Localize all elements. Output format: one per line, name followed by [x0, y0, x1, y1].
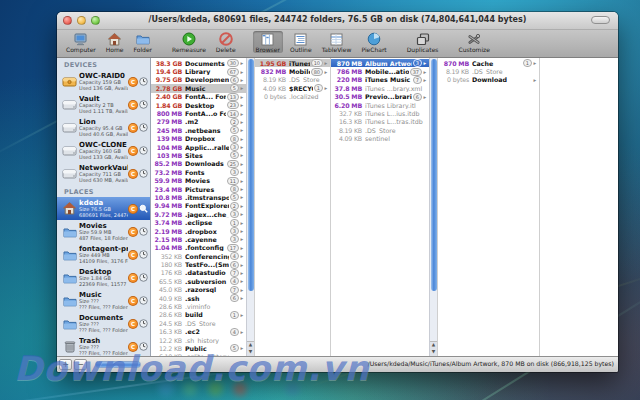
file-row-previo-braries[interactable]: 30.5 MBPrevio...braries6▸ — [331, 93, 429, 101]
places-list: kdedaSize 76.5 GB680691 Files, 244742 Fo… — [57, 197, 150, 356]
chevron-right-icon: ▸ — [239, 236, 245, 242]
piechart-toolbar-button[interactable]: PieChart — [358, 31, 389, 53]
file-row--ds-store[interactable]: 8.19 KB.DS_Store — [331, 126, 429, 134]
file-row--jagex-che-32[interactable]: 9.72 MB.jagex...che_323▸ — [151, 210, 246, 218]
file-row-fonts[interactable]: 73.2 MBFonts3▸ — [151, 168, 246, 176]
scrollbar-arrows[interactable]: ▲▼ — [430, 341, 437, 356]
file-row--dropbox[interactable]: 2.19 MB.dropbox3▸ — [151, 227, 246, 235]
copy-badge: C — [128, 169, 138, 179]
chevron-right-icon: ▸ — [239, 220, 245, 226]
file-row-movies[interactable]: 59.9 MBMovies11▸ — [151, 176, 246, 184]
file-row--sh-history[interactable]: 12.2 KB.sh_history — [151, 336, 246, 344]
file-row-itunes-l-ius-itdb[interactable]: 32.7 KBiTunes L...ius.itdb — [331, 109, 429, 117]
file-row-documents[interactable]: 38.3 GBDocuments30▸ — [151, 59, 246, 67]
file-row-itunes-music[interactable]: 220 MBiTunes Music7▸ — [331, 76, 429, 84]
file-row--m2[interactable]: 279 MB.m22▸ — [151, 118, 246, 126]
file-row--datastudio[interactable]: 176 KB.datastudio7▸ — [151, 269, 246, 277]
file-row--itmstransporter[interactable]: 10.8 MB.itmstransporter5▸ — [151, 193, 246, 201]
folder-toolbar-button[interactable]: Folder — [131, 31, 156, 53]
outline-toolbar-button[interactable]: Outline — [287, 31, 315, 53]
file-row-development[interactable]: 9.75 GBDevelopment6▸ — [151, 76, 246, 84]
item-count-badge: 3 — [230, 210, 239, 218]
tableview-toolbar-button[interactable]: TableView — [319, 31, 355, 53]
vertical-scrollbar[interactable]: ▲▼ — [429, 58, 437, 356]
place-item-movies[interactable]: MoviesSize 59.9 MB487 Files, 18 FoldersC — [57, 220, 150, 243]
device-item-owc-clone[interactable]: OWC-CLONECapacity 160 GBUsed 133 GB, Ava… — [57, 139, 150, 162]
file-size: 352 KB — [153, 253, 182, 260]
file-row-album-artwork[interactable]: 870 MBAlbum Artwork3▸ — [331, 59, 429, 67]
file-row-desktop[interactable]: 1.84 GBDesktop23▸ — [151, 101, 246, 109]
file-name: iTunes Music — [365, 76, 412, 83]
place-item-music[interactable]: MusicSize ?????? Files, ??? FoldersC — [57, 289, 150, 312]
file-row-itunes[interactable]: 1.95 GBiTunes10▸ — [255, 59, 330, 67]
file-row--netbeans[interactable]: 245 MB.netbeans5▸ — [151, 126, 246, 134]
device-item-lion[interactable]: LionCapacity 95.4 GBUsed 40.6 GB, Availa… — [57, 116, 150, 139]
remeasure-toolbar-button[interactable]: Remeasure — [169, 31, 209, 53]
file-row-sites[interactable]: 103 MBSites5▸ — [151, 151, 246, 159]
file-row-mobile-ations[interactable]: 786 MBMobile...ations37▸ — [331, 67, 429, 75]
file-row-sentinel[interactable]: 4.09 KBsentinel — [331, 135, 429, 143]
file-row-itunes-brary-xml[interactable]: 37.8 MBiTunes ...brary.xml — [331, 84, 429, 92]
file-row--fontconfig[interactable]: 1.04 MB.fontconfig17▸ — [151, 244, 246, 252]
drive-orange-icon — [62, 76, 77, 88]
file-row-dropbox[interactable]: 139 MBDropbox8▸ — [151, 135, 246, 143]
place-item-desktop[interactable]: DesktopSize 1.84 GB22369 Files, 11577 Fo… — [57, 266, 150, 289]
item-count-badge: 67 — [227, 68, 239, 76]
folder-icon — [62, 295, 77, 307]
file-row--eclipse[interactable]: 3.74 MB.eclipse1▸ — [151, 218, 246, 226]
title-bar[interactable]: /Users/kdeda, 680691 files, 244742 folde… — [57, 12, 618, 30]
device-item-vault[interactable]: VaultCapacity 2 TBUsed 1.11 TB, Availabl… — [57, 93, 150, 116]
file-row-conferencing[interactable]: 352 KBConferencing4▸ — [151, 252, 246, 260]
file-row--ds-store[interactable]: 8.19 KB.DS_Store — [438, 67, 539, 75]
file-row--razorsql[interactable]: 45.0 KB.razorsql7▸ — [151, 286, 246, 294]
file-row--viminfo[interactable]: 28.6 KB.viminfo — [151, 302, 246, 310]
file-row--ds-store[interactable]: 24.5 KB.DS_Store — [151, 319, 246, 327]
clock-icon — [139, 123, 148, 133]
chevron-right-icon: ▸ — [239, 329, 245, 335]
place-item-documents[interactable]: DocumentsSize ?????? Files, ??? FoldersC — [57, 312, 150, 335]
file-row-mobile-ations[interactable]: 832 MBMobile...ations80▸ — [255, 67, 330, 75]
home-toolbar-button[interactable]: Home — [103, 31, 127, 53]
file-row--ec2[interactable]: 16.3 KB.ec24▸ — [151, 328, 246, 336]
file-row-download[interactable]: 0 bytesDownload▸ — [438, 76, 539, 84]
file-row-fontexplorer-x[interactable]: 9.94 MBFontExplorer X2▸ — [151, 202, 246, 210]
duplicates-icon — [416, 32, 430, 46]
file-row-applic-rallels-[interactable]: 104 MBApplic...rallels)3▸ — [151, 143, 246, 151]
file-row-build[interactable]: 28.6 KBbuild1▸ — [151, 311, 246, 319]
place-item-kdeda[interactable]: kdedaSize 76.5 GB680691 Files, 244742 Fo… — [57, 197, 150, 220]
scrollbar-thumb[interactable] — [431, 59, 437, 291]
vertical-scrollbar[interactable]: ▲▼ — [246, 58, 254, 356]
computer-toolbar-button[interactable]: Computer — [63, 31, 99, 53]
device-item-networkvault[interactable]: NetworkVaultCapacity 711 GBUsed 630 MB, … — [57, 162, 150, 185]
file-row--subversion[interactable]: 65.5 KB.subversion4▸ — [151, 277, 246, 285]
item-count-badge: 2 — [230, 202, 239, 210]
file-row-music[interactable]: 2.78 GBMusic5▸ — [151, 84, 246, 92]
browser-toolbar-button[interactable]: Browser — [253, 31, 283, 53]
place-item-fontagent-pro-[interactable]: fontagent-pro-Size 449 MB14109 Files, 31… — [57, 243, 150, 266]
file-row-downloads[interactable]: 85.2 MBDownloads25▸ — [151, 160, 246, 168]
browser-column-5 — [540, 58, 618, 356]
file-row-testfo-small-[interactable]: 180 KBTestFo...(Small)6▸ — [151, 260, 246, 268]
file-row-fonta-fonts-[interactable]: 2.40 GBFontA... Fonts_13▸ — [151, 93, 246, 101]
file-row-fonta-o-fonts[interactable]: 800 MBFontA...o Fonts14▸ — [151, 109, 246, 117]
file-row-cache[interactable]: 870 MBCache1▸ — [438, 59, 539, 67]
duplicates-toolbar-button[interactable]: Duplicates — [404, 31, 442, 53]
file-row--recycle-bin[interactable]: 4.09 KB$RECYCLE.BIN1▸ — [255, 84, 330, 92]
file-name: .m2 — [185, 118, 229, 125]
file-row-library[interactable]: 19.4 GBLibrary67▸ — [151, 67, 246, 75]
chevron-right-icon: ▸ — [239, 152, 245, 158]
file-name: iTunes Library.itl — [365, 102, 428, 109]
toolbar-toggle-button[interactable] — [591, 16, 610, 24]
customize-toolbar-button[interactable]: Customize — [455, 31, 493, 53]
file-row-pictures[interactable]: 23.4 MBPictures8▸ — [151, 185, 246, 193]
file-row-itunes-library-itl[interactable]: 6.20 MBiTunes Library.itl — [331, 101, 429, 109]
delete-toolbar-button[interactable]: Delete — [213, 31, 239, 53]
file-row--ssh[interactable]: 40.9 KB.ssh6▸ — [151, 294, 246, 302]
file-row--localized[interactable]: 0 bytes.localized — [255, 93, 330, 101]
file-row--ds-store[interactable]: 8.19 KB.DS_Store — [255, 76, 330, 84]
device-item-owc-raid0[interactable]: OWC-RAID0Capacity 159 GBUsed 136 GB, Ava… — [57, 70, 150, 93]
clock-icon — [139, 146, 148, 156]
scrollbar-thumb[interactable] — [248, 59, 254, 291]
file-row-itunes-l-tras-itdb[interactable]: 16.3 KBiTunes L...tras.itdb — [331, 118, 429, 126]
file-row--cayenne[interactable]: 2.15 MB.cayenne3▸ — [151, 235, 246, 243]
